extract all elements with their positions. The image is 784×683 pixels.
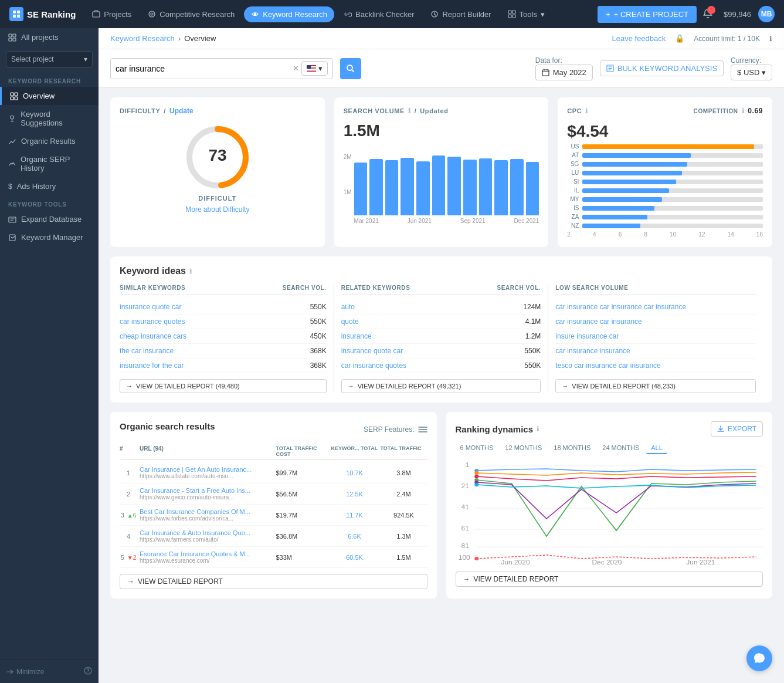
svg-rect-9	[508, 11, 511, 13]
app-name: SE Ranking	[27, 9, 76, 19]
search-go-button[interactable]	[340, 58, 361, 79]
nav-projects[interactable]: Projects	[85, 6, 138, 22]
list-item: insurance quote car550K	[341, 344, 541, 359]
related-keywords-col: RELATED KEYWORDS SEARCH VOL. auto124M qu…	[334, 285, 549, 393]
help-icon[interactable]	[83, 666, 93, 677]
low-kw-4[interactable]: car insurance insurance	[555, 347, 630, 355]
similar-view-report-button[interactable]: → VIEW DETAILED REPORT (49,480)	[120, 379, 327, 393]
related-kw-5[interactable]: car insurance quotes	[341, 361, 406, 370]
related-keywords-header: RELATED KEYWORDS SEARCH VOL.	[341, 285, 541, 295]
low-kw-1[interactable]: car insurance car insurance car insuranc…	[555, 303, 686, 311]
bulk-keyword-analysis-button[interactable]: BULK KEYWORD ANALYSIS	[600, 60, 724, 76]
list-item: the car insurance368K	[120, 344, 327, 359]
list-item: tesco car insurance car insurance	[555, 359, 756, 373]
similar-kw-3[interactable]: cheap insurance cars	[120, 332, 186, 340]
sidebar-item-keyword-manager[interactable]: Keyword Manager	[0, 228, 99, 246]
kw-2[interactable]: 12.5K	[331, 491, 378, 498]
ranking-section: Ranking dynamics ℹ EXPORT 6 MONTHS 12 MO…	[446, 412, 773, 599]
tab-24months[interactable]: 24 MONTHS	[598, 442, 644, 454]
related-kw-4[interactable]: insurance quote car	[341, 347, 403, 355]
breadcrumb-parent[interactable]: Keyword Research	[110, 34, 175, 43]
sidebar-item-keyword-suggestions[interactable]: Keyword Suggestions	[0, 105, 99, 132]
chat-support-button[interactable]	[746, 645, 772, 671]
user-avatar[interactable]: MB	[758, 6, 775, 22]
url-5[interactable]: Esurance Car Insurance Quotes & M... htt…	[140, 550, 274, 564]
sidebar-serp-history-label: Organic SERP History	[21, 155, 90, 173]
search-input[interactable]	[116, 64, 293, 73]
tab-12months[interactable]: 12 MONTHS	[500, 442, 547, 454]
svg-point-59	[474, 557, 478, 560]
bulk-btn-label: BULK KEYWORD ANALYSIS	[617, 64, 717, 73]
date-value: May 2022	[553, 68, 586, 77]
svg-text:100: 100	[458, 554, 470, 561]
similar-kw-5[interactable]: insurance for the car	[120, 361, 184, 370]
low-kw-3[interactable]: insure insurance car	[555, 332, 619, 340]
similar-vol-3: 450K	[310, 332, 327, 340]
similar-kw-1[interactable]: insurance quote car	[120, 303, 181, 311]
kw-1[interactable]: 10.7K	[331, 469, 378, 476]
sidebar-item-organic-results[interactable]: Organic Results	[0, 132, 99, 150]
related-kw-1[interactable]: auto	[341, 303, 355, 311]
low-kw-2[interactable]: car insurance car insurance	[555, 317, 642, 326]
low-kw-5[interactable]: tesco car insurance car insurance	[555, 361, 660, 370]
cpc-bar-si: SI	[567, 178, 763, 185]
bar-9	[479, 158, 493, 215]
url-1[interactable]: Car Insurance | Get An Auto Insuranc... …	[140, 466, 274, 479]
sidebar-item-organic-serp-history[interactable]: Organic SERP History	[0, 150, 99, 177]
related-kw-2[interactable]: quote	[341, 317, 359, 326]
logo-icon	[9, 7, 23, 21]
search-clear-icon[interactable]: ✕	[293, 64, 299, 73]
kw-3[interactable]: 11.7K	[331, 512, 378, 519]
create-project-button[interactable]: + + CREATE PROJECT	[598, 6, 697, 23]
kw-4[interactable]: 6.6K	[331, 533, 378, 540]
minimize-button[interactable]: Minimize	[6, 668, 44, 676]
table-row: 4 Car Insurance & Auto Insurance Quo... …	[120, 526, 427, 547]
related-kw-3[interactable]: insurance	[341, 332, 372, 340]
volume-x-labels: Mar 2021 Jun 2021 Sep 2021 Dec 2021	[354, 218, 539, 224]
difficulty-update-link[interactable]: Update	[169, 107, 194, 115]
nav-competitive-research[interactable]: Competitive Research	[141, 6, 242, 22]
list-item: cheap insurance cars450K	[120, 329, 327, 344]
nav-backlink-checker[interactable]: Backlink Checker	[337, 6, 421, 22]
ranking-chart: 1 21 41 61 81 100	[456, 460, 763, 566]
sidebar: All projects Select project ▾ KEYWORD RE…	[0, 28, 99, 683]
tab-18months[interactable]: 18 MONTHS	[549, 442, 595, 454]
date-selector[interactable]: May 2022	[535, 65, 593, 80]
url-4[interactable]: Car Insurance & Auto Insurance Quo... ht…	[140, 529, 274, 543]
similar-keywords-col: SIMILAR KEYWORDS SEARCH VOL. insurance q…	[120, 285, 334, 393]
url-3[interactable]: Best Car Insurance Companies Of M... htt…	[140, 508, 274, 522]
cost-2: $56.5M	[276, 491, 329, 498]
sidebar-ads-history-label: Ads History	[17, 182, 56, 191]
url-2[interactable]: Car Insurance - Start a Free Auto Ins...…	[140, 487, 274, 501]
bar-10	[494, 160, 508, 215]
similar-kw-2[interactable]: car insurance quotes	[120, 317, 185, 326]
tab-all[interactable]: ALL	[646, 442, 667, 454]
search-flag-selector[interactable]: ▾	[301, 61, 328, 76]
ranking-view-report-button[interactable]: → VIEW DETAILED REPORT	[456, 572, 763, 587]
nav-projects-label: Projects	[104, 10, 131, 19]
similar-vol-2: 550K	[310, 317, 327, 326]
tab-6months[interactable]: 6 MONTHS	[456, 442, 498, 454]
nav-tools[interactable]: Tools ▾	[501, 6, 552, 22]
difficulty-more-link[interactable]: More about Difficulty	[185, 205, 249, 214]
notifications-bell[interactable]	[699, 5, 717, 24]
export-button[interactable]: EXPORT	[711, 421, 763, 437]
currency-selector[interactable]: $ USD ▾	[731, 65, 772, 80]
ranking-header: Ranking dynamics ℹ EXPORT	[456, 421, 763, 437]
volume-card: SEARCH VOLUME ℹ / Updated 1.5M 2M 1M	[334, 97, 549, 247]
low-view-report-button[interactable]: → VIEW DETAILED REPORT (48,233)	[555, 379, 756, 393]
kw-5[interactable]: 60.5K	[331, 554, 378, 561]
serp-features-icon[interactable]	[418, 426, 427, 433]
organic-view-report-button[interactable]: → VIEW DETAILED REPORT	[120, 574, 427, 589]
nav-report-builder[interactable]: Report Builder	[423, 6, 498, 22]
sidebar-item-overview[interactable]: Overview	[0, 87, 99, 105]
sidebar-item-ads-history[interactable]: $ Ads History	[0, 177, 99, 195]
related-view-report-button[interactable]: → VIEW DETAILED REPORT (49,321)	[341, 379, 541, 393]
sidebar-item-expand-database[interactable]: Expand Database	[0, 210, 99, 228]
sidebar-all-projects[interactable]: All projects	[0, 28, 99, 46]
leave-feedback-link[interactable]: Leave feedback	[612, 34, 666, 43]
project-select[interactable]: Select project ▾	[6, 51, 93, 67]
nav-keyword-research[interactable]: Keyword Research	[244, 6, 334, 22]
donut-wrap: 73 DIFFICULT More about Difficulty	[120, 122, 315, 214]
similar-kw-4[interactable]: the car insurance	[120, 347, 174, 355]
